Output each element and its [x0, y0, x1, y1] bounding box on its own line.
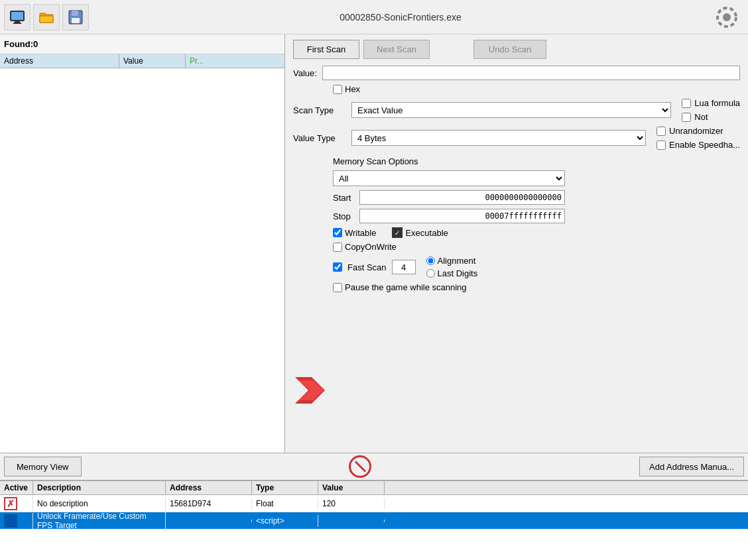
executable-checkbox-display: ✓: [392, 227, 403, 238]
hex-checkbox[interactable]: [333, 85, 342, 94]
bottom-toolbar: Memory View Add Address Manua...: [0, 453, 748, 480]
lua-formula-label: Lua formula: [694, 98, 740, 108]
fast-scan-row: Fast Scan Alignment Last Digits: [333, 256, 740, 278]
row2-address: [166, 520, 252, 522]
value-col-header2: Value: [318, 481, 385, 494]
value-type-row: Value Type Byte 2 Bytes 4 Bytes 8 Bytes …: [293, 126, 740, 150]
settings-button[interactable]: [710, 0, 744, 34]
arrow-indicator: [292, 374, 325, 413]
main-container: 00002850-SonicFrontiers.exe Found:0 Addr…: [0, 0, 748, 560]
right-checkboxes2: Unrandomizer Enable Speedha...: [656, 126, 740, 150]
right-panel: First Scan Next Scan Undo Scan Value: He…: [285, 34, 748, 453]
value-label: Value:: [293, 68, 317, 78]
start-address-row: Start: [333, 190, 740, 205]
not-label: Not: [694, 112, 708, 122]
alignment-radio[interactable]: [426, 256, 435, 265]
speedhack-checkbox[interactable]: [656, 140, 666, 150]
found-bar: Found:0: [0, 34, 284, 54]
window-title: 00002850-SonicFrontiers.exe: [92, 12, 710, 23]
stop-label: Stop: [333, 211, 357, 221]
copyonwrite-checkbox[interactable]: [333, 243, 342, 252]
address-list-header: Address Value Pr...: [0, 54, 284, 68]
x-checkbox-icon: ✗: [4, 497, 17, 510]
active-col-header: Active: [0, 481, 33, 494]
lua-formula-checkbox[interactable]: [682, 99, 691, 108]
row1-description: No description: [33, 498, 166, 510]
list-header: Active Description Address Type Value: [0, 481, 748, 495]
scan-buttons-row: First Scan Next Scan Undo Scan: [293, 40, 740, 59]
value-row: Value:: [293, 66, 740, 80]
type-col-header: Type: [252, 481, 318, 494]
fast-scan-label: Fast Scan: [347, 262, 387, 272]
executable-label: Executable: [405, 228, 448, 238]
writable-row: Writable: [333, 228, 376, 238]
add-address-button[interactable]: Add Address Manua...: [639, 457, 744, 476]
row1-type: Float: [252, 498, 318, 510]
memory-view-button[interactable]: Memory View: [4, 457, 82, 476]
pause-game-row: Pause the game while scanning: [333, 282, 740, 292]
stop-address-row: Stop: [333, 209, 740, 223]
svg-rect-0: [11, 11, 24, 21]
unrandomizer-row: Unrandomizer: [656, 126, 740, 136]
found-count: Found:0: [4, 39, 38, 49]
row1-address: 15681D974: [166, 498, 252, 510]
speedhack-row: Enable Speedha...: [656, 140, 740, 150]
alignment-group: Alignment Last Digits: [426, 256, 478, 278]
stop-line: [354, 461, 366, 473]
scan-type-label: Scan Type: [293, 105, 346, 115]
row2-description: Unlock Framerate/Use Custom FPS Target: [33, 510, 166, 532]
svg-rect-2: [13, 23, 21, 24]
stop-address-input[interactable]: [359, 209, 565, 223]
start-address-input[interactable]: [359, 190, 565, 205]
writable-checkbox[interactable]: [333, 228, 342, 237]
address-col-header2: Address: [166, 481, 252, 494]
address-col-header: Address: [0, 54, 119, 68]
pause-game-checkbox[interactable]: [333, 283, 342, 292]
scan-type-select[interactable]: Exact Value Bigger than... Smaller than.…: [351, 102, 671, 118]
memory-scan-label: Memory Scan Options: [333, 156, 740, 166]
folder-button[interactable]: [33, 4, 60, 30]
monitor-button[interactable]: [4, 4, 31, 30]
content-area: Found:0 Address Value Pr... First Scan N…: [0, 34, 748, 453]
value-type-select[interactable]: Byte 2 Bytes 4 Bytes 8 Bytes Float Doubl…: [351, 130, 646, 146]
left-panel: Found:0 Address Value Pr...: [0, 34, 285, 453]
alignment-label: Alignment: [438, 256, 476, 266]
fast-scan-input[interactable]: [392, 260, 416, 274]
unrandomizer-label: Unrandomizer: [669, 126, 723, 136]
speedhack-label: Enable Speedha...: [669, 140, 740, 150]
scan-type-row: Scan Type Exact Value Bigger than... Sma…: [293, 98, 740, 122]
stop-icon[interactable]: [349, 455, 371, 478]
right-checkboxes: Lua formula Not: [682, 98, 740, 122]
unrandomizer-checkbox[interactable]: [656, 127, 666, 136]
last-digits-label: Last Digits: [438, 268, 478, 278]
stop-icon-area: [82, 455, 640, 478]
writable-label: Writable: [345, 228, 376, 238]
last-digits-radio[interactable]: [426, 269, 435, 278]
value-input[interactable]: [322, 66, 740, 80]
row2-active: [0, 513, 33, 529]
next-scan-button[interactable]: Next Scan: [363, 40, 430, 59]
start-label: Start: [333, 193, 357, 203]
memory-flags-row: Writable ✓ Executable: [333, 227, 740, 238]
row2-type: <script>: [252, 515, 318, 527]
undo-scan-button[interactable]: Undo Scan: [473, 40, 546, 59]
save-button[interactable]: [62, 4, 89, 30]
desc-col-header: Description: [33, 481, 166, 494]
list-item[interactable]: Unlock Framerate/Use Custom FPS Target <…: [0, 512, 748, 530]
svg-marker-9: [298, 380, 324, 400]
previous-col-header: Pr...: [186, 54, 208, 68]
bottom-address-list: Active Description Address Type Value ✗ …: [0, 480, 748, 560]
alignment-radio-row: Alignment: [426, 256, 478, 266]
not-checkbox[interactable]: [682, 113, 691, 122]
fast-scan-checkbox[interactable]: [333, 262, 342, 272]
copyonwrite-item: CopyOnWrite: [333, 242, 397, 252]
memory-region-row: All: [333, 170, 740, 186]
svg-rect-5: [72, 18, 80, 23]
executable-row: ✓ Executable: [392, 227, 448, 238]
memory-region-select[interactable]: All: [333, 170, 565, 186]
first-scan-button[interactable]: First Scan: [293, 40, 359, 59]
row1-active: ✗: [0, 496, 33, 512]
address-list-area: [0, 68, 284, 453]
svg-rect-4: [72, 11, 78, 16]
last-digits-radio-row: Last Digits: [426, 268, 478, 278]
